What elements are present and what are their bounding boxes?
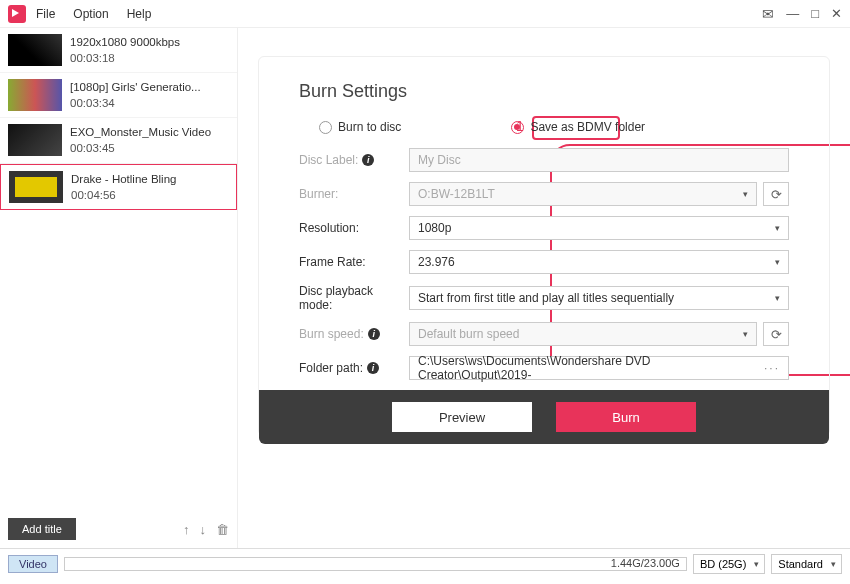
radio-label: Burn to disc <box>338 120 401 134</box>
info-icon[interactable]: i <box>367 362 379 374</box>
disc-label-input[interactable] <box>409 148 789 172</box>
menu-help[interactable]: Help <box>127 7 152 21</box>
quality-select[interactable]: Standard <box>771 554 842 574</box>
maximize-icon[interactable]: □ <box>811 6 819 21</box>
item-duration: 00:03:34 <box>70 95 201 111</box>
disc-type-select[interactable]: BD (25G) <box>693 554 765 574</box>
item-duration: 00:03:45 <box>70 140 211 156</box>
framerate-select[interactable]: 23.976▾ <box>409 250 789 274</box>
feedback-icon[interactable]: ✉ <box>762 6 774 22</box>
radio-save-bdmv[interactable]: Save as BDMV folder <box>511 120 645 134</box>
move-down-icon[interactable]: ↓ <box>200 522 207 537</box>
playback-select[interactable]: Start from first title and play all titl… <box>409 286 789 310</box>
menu-file[interactable]: File <box>36 7 55 21</box>
minimize-icon[interactable]: ― <box>786 6 799 21</box>
thumbnail <box>8 34 62 66</box>
add-title-button[interactable]: Add title <box>8 518 76 540</box>
resolution-select[interactable]: 1080p▾ <box>409 216 789 240</box>
app-icon <box>8 5 26 23</box>
item-title: EXO_Monster_Music Video <box>70 124 211 140</box>
radio-icon <box>511 121 524 134</box>
disc-label-label: Disc Label:i <box>299 153 409 167</box>
playback-label: Disc playback mode: <box>299 284 409 312</box>
burn-button[interactable]: Burn <box>556 402 696 432</box>
refresh-speed-icon[interactable]: ⟳ <box>763 322 789 346</box>
size-text: 1.44G/23.00G <box>611 557 680 569</box>
title-list: 1920x1080 9000kbps 00:03:18 [1080p] Girl… <box>0 28 237 510</box>
item-duration: 00:04:56 <box>71 187 176 203</box>
item-title: [1080p] Girls' Generatio... <box>70 79 201 95</box>
video-tab[interactable]: Video <box>8 555 58 573</box>
burner-label: Burner: <box>299 187 409 201</box>
list-item[interactable]: Drake - Hotline Bling 00:04:56 <box>0 164 237 210</box>
item-duration: 00:03:18 <box>70 50 180 66</box>
list-item[interactable]: [1080p] Girls' Generatio... 00:03:34 <box>0 73 237 118</box>
folder-path-field[interactable]: C:\Users\ws\Documents\Wondershare DVD Cr… <box>409 356 789 380</box>
item-title: Drake - Hotline Bling <box>71 171 176 187</box>
preview-button[interactable]: Preview <box>392 402 532 432</box>
framerate-label: Frame Rate: <box>299 255 409 269</box>
radio-icon <box>319 121 332 134</box>
panel-heading: Burn Settings <box>299 81 789 102</box>
size-progress: 1.44G/23.00G <box>64 557 687 571</box>
delete-icon[interactable]: 🗑 <box>216 522 229 537</box>
folder-label: Folder path:i <box>299 361 409 375</box>
list-item[interactable]: 1920x1080 9000kbps 00:03:18 <box>0 28 237 73</box>
burnspeed-label: Burn speed:i <box>299 327 409 341</box>
radio-burn-to-disc[interactable]: Burn to disc <box>319 120 401 134</box>
resolution-label: Resolution: <box>299 221 409 235</box>
menu-option[interactable]: Option <box>73 7 108 21</box>
browse-icon[interactable]: ··· <box>764 361 780 375</box>
info-icon[interactable]: i <box>362 154 374 166</box>
thumbnail <box>8 124 62 156</box>
thumbnail <box>8 79 62 111</box>
burner-select[interactable]: O:BW-12B1LT▾ <box>409 182 757 206</box>
info-icon[interactable]: i <box>368 328 380 340</box>
item-title: 1920x1080 9000kbps <box>70 34 180 50</box>
radio-label: Save as BDMV folder <box>530 120 645 134</box>
refresh-burner-icon[interactable]: ⟳ <box>763 182 789 206</box>
burnspeed-select[interactable]: Default burn speed▾ <box>409 322 757 346</box>
close-icon[interactable]: ✕ <box>831 6 842 21</box>
move-up-icon[interactable]: ↑ <box>183 522 190 537</box>
list-item[interactable]: EXO_Monster_Music Video 00:03:45 <box>0 118 237 163</box>
thumbnail <box>9 171 63 203</box>
